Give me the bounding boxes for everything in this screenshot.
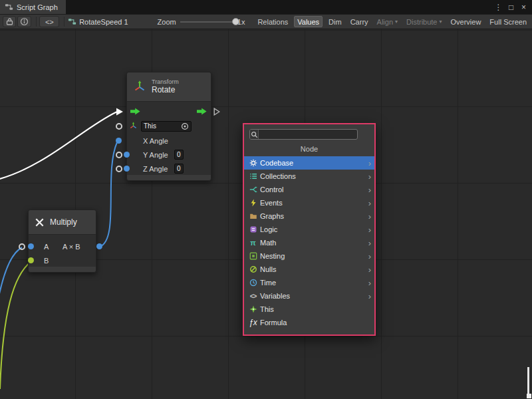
finder-item-control[interactable]: Control › — [244, 183, 374, 196]
zoom-slider-track — [180, 21, 233, 23]
align-dropdown[interactable]: Align ▾ — [374, 16, 400, 27]
code-view-button[interactable]: <> — [39, 16, 59, 27]
chevron-right-icon: › — [368, 225, 371, 234]
zoom-label: Zoom — [158, 18, 176, 26]
values-button[interactable]: Values — [294, 16, 323, 27]
chevron-right-icon: › — [368, 212, 371, 221]
finder-item-label: This — [260, 305, 371, 313]
control-input-arrow-icon[interactable] — [130, 108, 140, 115]
vertical-scrollbar-thumb[interactable] — [527, 367, 529, 394]
finder-item-label: Time — [260, 279, 368, 287]
finder-item-logic[interactable]: Logic › — [244, 223, 374, 236]
window-menu-icon[interactable]: ⋮ — [493, 3, 503, 12]
finder-header: Node — [244, 144, 374, 154]
search-input[interactable] — [259, 130, 357, 139]
finder-item-time[interactable]: Time › — [244, 276, 374, 289]
multiply-node-footer — [29, 267, 96, 272]
y-angle-port-dot[interactable] — [124, 152, 130, 158]
graph-reference[interactable]: RotateSpeed 1 — [68, 17, 128, 26]
finder-item-graphs[interactable]: Graphs › — [244, 209, 374, 223]
finder-list: Codebase › Collections › Control › Event… — [244, 156, 374, 329]
finder-item-events[interactable]: Events › — [244, 196, 374, 209]
finder-item-label: Collections — [260, 172, 368, 180]
finder-item-nulls[interactable]: Nulls › — [244, 263, 374, 276]
chevron-right-icon: › — [368, 252, 371, 261]
nesting-icon — [248, 251, 258, 261]
rotate-node-footer — [127, 175, 211, 180]
finder-item-collections[interactable]: Collections › — [244, 170, 374, 183]
finder-item-codebase[interactable]: Codebase › — [244, 156, 374, 170]
y-angle-input-port[interactable] — [116, 152, 122, 158]
finder-item-math[interactable]: π Math › — [244, 236, 374, 249]
tab-script-graph[interactable]: Script Graph — [0, 0, 66, 14]
multiply-node-header: Multiply — [29, 210, 96, 235]
folder-icon — [248, 211, 258, 221]
rotate-node-header: Transform Rotate — [127, 72, 211, 102]
relations-button[interactable]: Relations — [255, 16, 291, 27]
finder-item-variables[interactable]: <> Variables › — [244, 289, 374, 303]
graph-asset-icon — [68, 17, 76, 26]
zoom-slider[interactable] — [180, 17, 233, 26]
transform-mini-icon — [129, 122, 138, 130]
this-object-field[interactable]: This — [141, 121, 192, 132]
chevron-right-icon: › — [368, 265, 371, 274]
control-output-arrow-icon[interactable] — [197, 108, 207, 115]
clock-icon — [248, 278, 258, 287]
finder-item-label: Control — [260, 186, 368, 194]
chevron-right-icon: › — [368, 279, 371, 287]
zoom-slider-thumb[interactable] — [232, 18, 239, 25]
finder-item-this[interactable]: This — [244, 303, 374, 316]
x-angle-port-label: X Angle — [143, 137, 168, 145]
z-angle-value-field[interactable]: 0 — [174, 164, 184, 174]
dim-button[interactable]: Dim — [326, 16, 344, 27]
finder-item-label: Nesting — [260, 252, 368, 260]
scrollbar-corner — [527, 394, 531, 398]
close-icon[interactable]: × — [519, 3, 529, 12]
z-angle-port-dot[interactable] — [124, 166, 130, 172]
fullscreen-button[interactable]: Full Screen — [487, 16, 529, 27]
branch-icon — [248, 185, 258, 194]
chevron-right-icon: › — [368, 159, 371, 168]
chevron-right-icon: › — [368, 292, 371, 301]
finder-item-label: Math — [260, 239, 368, 247]
info-icon — [20, 17, 29, 26]
finder-item-nesting[interactable]: Nesting › — [244, 249, 374, 263]
info-button[interactable] — [17, 16, 31, 27]
y-angle-value-field[interactable]: 0 — [174, 150, 184, 160]
b-port-label: B — [44, 257, 49, 265]
b-input-port[interactable] — [28, 257, 34, 263]
z-angle-port-label: Z Angle — [143, 165, 168, 173]
node-multiply[interactable]: Multiply — [28, 209, 96, 273]
lock-button[interactable] — [3, 16, 16, 27]
chevron-right-icon: › — [368, 239, 371, 247]
this-field-label: This — [144, 122, 156, 130]
lightning-icon — [248, 198, 258, 207]
node-title: Rotate — [152, 86, 179, 95]
carry-button[interactable]: Carry — [348, 16, 371, 27]
node-finder-panel: Node Codebase › Collections › Control › — [243, 123, 376, 336]
node-title: Multiply — [50, 217, 77, 227]
angle-brackets-icon: <> — [248, 291, 258, 301]
result-output-port[interactable] — [96, 243, 102, 249]
a-port-label: A — [44, 243, 49, 251]
transform-axes-icon — [132, 80, 147, 94]
distribute-label: Distribute — [406, 18, 437, 26]
this-input-port[interactable] — [116, 123, 122, 130]
x-angle-input-port[interactable] — [116, 138, 122, 144]
a-input-port[interactable] — [19, 243, 25, 250]
z-angle-input-port[interactable] — [116, 166, 122, 172]
distribute-dropdown[interactable]: Distribute ▾ — [404, 16, 444, 27]
finder-item-formula[interactable]: ƒx Formula — [244, 316, 374, 329]
a-port-dot[interactable] — [28, 243, 34, 249]
finder-item-label: Codebase — [260, 159, 368, 167]
search-icon — [250, 130, 259, 139]
maximize-icon[interactable]: □ — [506, 3, 516, 12]
finder-item-label: Graphs — [260, 212, 368, 220]
multiply-icon — [34, 217, 45, 228]
object-picker-icon[interactable] — [181, 122, 189, 130]
tab-title: Script Graph — [17, 3, 58, 11]
chevron-right-icon: › — [368, 186, 371, 194]
finder-item-label: Nulls — [260, 265, 368, 273]
finder-search-box[interactable] — [249, 129, 358, 140]
overview-button[interactable]: Overview — [448, 16, 484, 27]
